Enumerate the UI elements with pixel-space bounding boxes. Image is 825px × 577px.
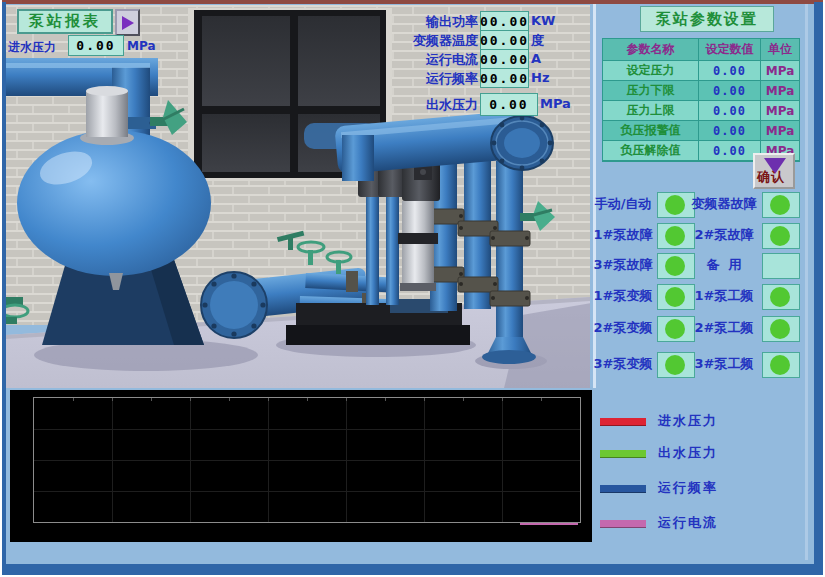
param-value-cell[interactable]: 0.00	[699, 61, 761, 81]
param-value-cell[interactable]: 0.00	[699, 141, 761, 161]
status-label-pump1-mains: 1#泵工频	[688, 284, 760, 308]
report-arrow-button[interactable]	[115, 9, 140, 36]
legend-swatch-outlet-pressure	[600, 450, 646, 458]
report-button[interactable]: 泵站报表	[17, 9, 113, 34]
outlet-pressure-label: 出水压力	[398, 96, 478, 114]
params-header-value: 设定数值	[699, 39, 761, 61]
status-label-pump3-fault: 3#泵故障	[590, 253, 656, 277]
legend-swatch-run-current	[600, 520, 646, 528]
params-table: 参数名称 设定数值 单位 设定压力 0.00 MPa 压力下限 0.00 MPa…	[602, 38, 800, 162]
param-name-cell: 负压解除值	[603, 141, 699, 161]
param-unit-cell: MPa	[761, 61, 799, 81]
frame-right	[814, 2, 823, 575]
output-power-label: 输出功率	[398, 13, 478, 31]
run-current-label: 运行电流	[398, 51, 478, 69]
param-unit-cell: MPa	[761, 121, 799, 141]
run-frequency-label: 运行频率	[398, 70, 478, 88]
vfd-temp-unit: 度	[531, 32, 544, 50]
legend-label-outlet-pressure: 出水压力	[658, 444, 718, 462]
lamp-icon	[665, 195, 685, 215]
run-current-value: 00.00	[480, 49, 529, 69]
status-lamp-pump2-mains	[762, 316, 800, 342]
confirm-button-label: 确认	[757, 168, 785, 186]
lamp-icon	[665, 355, 685, 375]
legend-label-inlet-pressure: 进水压力	[658, 412, 718, 430]
run-frequency-unit: Hz	[531, 70, 549, 85]
status-label-vfd-fault: 变频器故障	[688, 192, 760, 216]
vfd-temp-label: 变频器温度	[398, 32, 478, 50]
status-label-manual-auto: 手动/自动	[590, 192, 656, 216]
inlet-pressure-label: 进水压力	[8, 39, 56, 56]
trend-chart-plot-area	[33, 397, 581, 523]
param-unit-cell: MPa	[761, 81, 799, 101]
inlet-pressure-unit: MPa	[127, 39, 156, 53]
param-name-cell: 负压报警值	[603, 121, 699, 141]
lamp-icon	[665, 287, 685, 307]
lamp-icon	[665, 319, 685, 339]
status-lamp-spare	[762, 253, 800, 279]
status-lamp-pump2-fault	[762, 223, 800, 249]
frame-top	[2, 0, 823, 4]
status-label-pump2-vfd: 2#泵变频	[590, 316, 656, 340]
lamp-icon	[665, 256, 685, 276]
vfd-temp-value: 00.00	[480, 30, 529, 50]
param-value-cell[interactable]: 0.00	[699, 121, 761, 141]
tank-air-valve	[80, 86, 134, 145]
status-lamp-pump1-mains	[762, 284, 800, 310]
status-label-pump2-mains: 2#泵工频	[688, 316, 760, 340]
params-header-unit: 单位	[761, 39, 799, 61]
inlet-pressure-value: 0.00	[68, 35, 124, 56]
frame-bottom	[2, 564, 823, 575]
lamp-icon	[770, 195, 790, 215]
param-unit-cell: MPa	[761, 101, 799, 121]
run-current-unit: A	[531, 51, 541, 66]
param-value-cell[interactable]: 0.00	[699, 101, 761, 121]
param-name-cell: 压力上限	[603, 101, 699, 121]
params-panel-title: 泵站参数设置	[640, 6, 774, 32]
confirm-button[interactable]: 确认	[753, 153, 795, 189]
status-lamp-pump3-mains	[762, 352, 800, 378]
lamp-icon	[770, 287, 790, 307]
output-power-value: 00.00	[480, 11, 529, 31]
run-current-trace	[520, 523, 578, 525]
status-label-pump1-fault: 1#泵故障	[590, 223, 656, 247]
status-label-pump3-vfd: 3#泵变频	[590, 352, 656, 376]
status-lamp-vfd-fault	[762, 192, 800, 218]
param-value-cell[interactable]: 0.00	[699, 81, 761, 101]
legend-swatch-inlet-pressure	[600, 418, 646, 426]
legend-swatch-run-frequency	[600, 485, 646, 493]
params-header-name: 参数名称	[603, 39, 699, 61]
run-frequency-value: 00.00	[480, 68, 529, 88]
status-label-pump1-vfd: 1#泵变频	[590, 284, 656, 308]
trend-chart-panel	[10, 390, 592, 542]
lamp-icon	[665, 226, 685, 246]
param-name-cell: 设定压力	[603, 61, 699, 81]
play-right-icon	[122, 16, 134, 30]
outlet-pressure-unit: MPa	[540, 96, 571, 111]
status-label-spare: 备 用	[688, 253, 760, 277]
status-label-pump3-mains: 3#泵工频	[688, 352, 760, 376]
legend-label-run-current: 运行电流	[658, 514, 718, 532]
lamp-icon	[770, 226, 790, 246]
output-power-unit: KW	[531, 13, 555, 28]
lamp-icon	[770, 355, 790, 375]
right-edge-highlight	[805, 4, 808, 560]
legend-label-run-frequency: 运行频率	[658, 479, 718, 497]
status-label-pump2-fault: 2#泵故障	[688, 223, 760, 247]
param-name-cell: 压力下限	[603, 81, 699, 101]
outlet-pressure-value: 0.00	[480, 93, 538, 116]
lamp-icon	[770, 319, 790, 339]
